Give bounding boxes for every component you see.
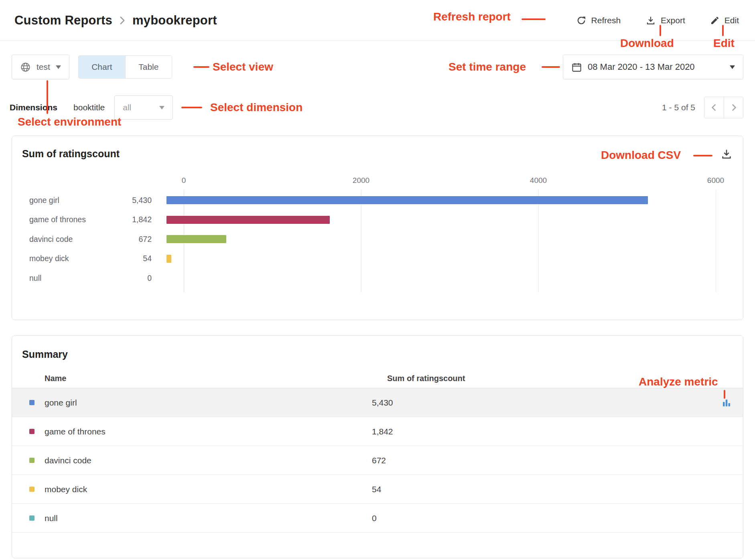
breadcrumb: Custom Reports mybookreport	[14, 13, 217, 28]
view-toggle: Chart Table	[78, 55, 172, 79]
chart-bar-track	[166, 274, 698, 282]
toolbar: test Chart Table 08 Mar 2020 - 13 Mar 20…	[12, 55, 743, 79]
environment-value: test	[37, 62, 50, 72]
summary-table-body: gone girl5,430game of thrones1,842davinc…	[12, 388, 743, 533]
annotation-select-view: Select view	[213, 61, 273, 73]
table-row: mobey dick54	[12, 475, 743, 504]
summary-table-header: Name Sum of ratingscount	[12, 369, 743, 388]
chart-row-value: 54	[112, 254, 152, 263]
pagination: 1 - 5 of 5	[662, 97, 743, 118]
dimension-value-dropdown[interactable]: all	[114, 95, 173, 120]
chart-bar	[166, 216, 330, 224]
row-name: null	[45, 513, 372, 523]
chevron-left-icon	[710, 103, 718, 112]
dimensions-label: Dimensions	[10, 103, 57, 112]
dimension-name: booktitle	[73, 103, 105, 112]
chart-row-label: mobey dick	[12, 254, 112, 263]
row-name: game of thrones	[45, 427, 372, 436]
annotation-set-time-range: Set time range	[449, 61, 526, 73]
chart-row-value: 0	[112, 274, 152, 283]
chevron-right-icon	[120, 16, 125, 25]
chart-row: game of thrones1,842	[12, 210, 743, 230]
breadcrumb-report-name: mybookreport	[132, 13, 217, 28]
annotation-line	[47, 80, 48, 114]
tab-chart[interactable]: Chart	[79, 56, 125, 78]
download-csv-icon[interactable]	[720, 148, 733, 160]
table-row: null0	[12, 504, 743, 533]
annotation-line	[542, 66, 560, 68]
download-icon	[645, 15, 656, 26]
row-metric-value: 5,430	[372, 398, 393, 408]
column-header-metric: Sum of ratingscount	[387, 374, 465, 383]
chart-bar-track	[166, 255, 698, 263]
legend-swatch	[29, 515, 35, 521]
table-row: gone girl5,430	[12, 388, 743, 417]
annotation-line	[660, 25, 661, 36]
edit-button[interactable]: Edit	[710, 16, 739, 25]
breadcrumb-custom-reports[interactable]: Custom Reports	[14, 13, 112, 28]
chart-row: null0	[12, 268, 743, 288]
table-row: game of thrones1,842	[12, 417, 743, 446]
chart-row-value: 1,842	[112, 215, 152, 224]
chart-row-label: gone girl	[12, 196, 112, 205]
summary-title: Summary	[12, 336, 743, 360]
refresh-button[interactable]: Refresh	[576, 15, 621, 26]
dimension-value: all	[123, 103, 131, 112]
x-tick-label: 2000	[353, 176, 369, 185]
annotation-line	[722, 25, 724, 36]
chart-bar-track	[166, 216, 698, 224]
annotation-download-csv: Download CSV	[601, 149, 681, 162]
row-name: davinci code	[45, 456, 372, 465]
row-metric-value: 54	[372, 485, 381, 494]
x-tick-label: 6000	[707, 176, 724, 185]
chevron-right-icon	[730, 103, 738, 112]
annotation-line	[522, 18, 546, 20]
chart-title: Sum of ratingscount	[22, 148, 120, 160]
annotation-select-environment: Select environment	[18, 116, 121, 128]
annotation-line	[193, 66, 209, 68]
chart-card: Sum of ratingscount 0200040006000 gone g…	[12, 136, 743, 320]
chart-bar	[166, 255, 171, 263]
chart-bar	[166, 196, 648, 204]
row-metric-value: 1,842	[372, 427, 393, 436]
chart-row: gone girl5,430	[12, 191, 743, 210]
annotation-edit: Edit	[713, 37, 735, 50]
chart-row-value: 5,430	[112, 196, 152, 205]
pagination-next-button[interactable]	[724, 97, 743, 118]
chart-row-label: game of thrones	[12, 215, 112, 224]
export-button[interactable]: Export	[645, 15, 685, 26]
annotation-line	[181, 107, 202, 108]
bar-chart: 0200040006000 gone girl5,430game of thro…	[12, 176, 743, 288]
chart-row-label: null	[12, 274, 112, 283]
date-range-dropdown[interactable]: 08 Mar 2020 - 13 Mar 2020	[563, 55, 743, 79]
table-row: davinci code672	[12, 446, 743, 475]
annotation-line	[724, 390, 725, 399]
legend-swatch	[29, 429, 35, 434]
legend-swatch	[29, 400, 35, 405]
tab-table[interactable]: Table	[125, 56, 172, 78]
app-header: Custom Reports mybookreport Refresh Expo…	[0, 0, 755, 41]
pencil-icon	[710, 16, 720, 25]
header-actions: Refresh Export Edit	[576, 15, 739, 26]
chart-bar-track	[166, 196, 698, 204]
analyze-metric-icon[interactable]	[722, 398, 731, 407]
summary-card: Summary Name Sum of ratingscount gone gi…	[12, 335, 743, 558]
chart-rows: gone girl5,430game of thrones1,842davinc…	[12, 186, 743, 288]
row-name: mobey dick	[45, 485, 372, 494]
x-tick-label: 0	[182, 176, 186, 185]
annotation-refresh-report: Refresh report	[433, 10, 511, 23]
date-range-value: 08 Mar 2020 - 13 Mar 2020	[588, 62, 695, 72]
row-name: gone girl	[45, 398, 372, 408]
row-metric-value: 672	[372, 456, 386, 465]
annotation-select-dimension: Select dimension	[210, 101, 302, 114]
chart-x-axis: 0200040006000	[184, 176, 716, 186]
refresh-label: Refresh	[591, 16, 621, 25]
pagination-prev-button[interactable]	[704, 97, 724, 118]
chevron-down-icon	[56, 65, 61, 69]
refresh-icon	[576, 15, 587, 26]
chart-row-label: davinci code	[12, 235, 112, 244]
chart-row-value: 672	[112, 235, 152, 244]
chevron-down-icon	[159, 106, 164, 110]
environment-dropdown[interactable]: test	[12, 55, 69, 79]
legend-swatch	[29, 487, 35, 492]
